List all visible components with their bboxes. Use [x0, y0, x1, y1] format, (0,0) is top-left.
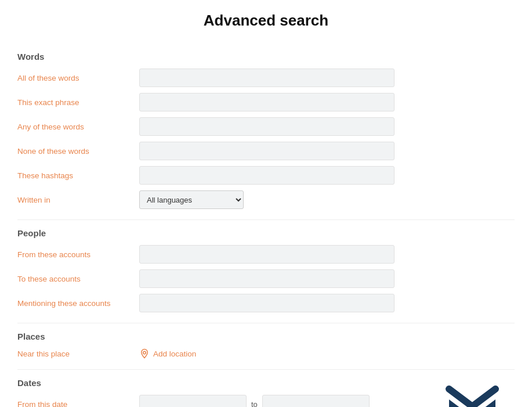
to-these-accounts-input[interactable] — [139, 269, 395, 288]
none-of-these-words-label: None of these words — [17, 147, 139, 156]
people-heading: People — [17, 228, 515, 238]
any-of-these-words-input[interactable] — [139, 117, 395, 136]
this-exact-phrase-label: This exact phrase — [17, 98, 139, 107]
to-these-accounts-label: To these accounts — [17, 275, 139, 283]
all-of-these-words-row: All of these words — [17, 69, 515, 87]
any-of-these-words-label: Any of these words — [17, 123, 139, 131]
these-hashtags-row: These hashtags — [17, 166, 515, 185]
people-places-divider — [17, 323, 515, 323]
this-exact-phrase-row: This exact phrase — [17, 93, 515, 111]
all-of-these-words-label: All of these words — [17, 74, 139, 82]
add-location-button[interactable]: Add location — [139, 348, 196, 359]
strategybeam-logo: STRATEGY BEAM — [436, 377, 509, 407]
mentioning-these-accounts-input[interactable] — [139, 294, 395, 312]
from-these-accounts-input[interactable] — [139, 245, 395, 264]
this-exact-phrase-input[interactable] — [139, 93, 395, 111]
logo-svg — [440, 377, 504, 407]
add-location-label: Add location — [153, 350, 196, 358]
these-hashtags-input[interactable] — [139, 166, 395, 185]
words-heading: Words — [17, 52, 515, 62]
near-this-place-row: Near this place Add location — [17, 348, 515, 359]
from-this-date-label: From this date — [17, 400, 139, 408]
places-heading: Places — [17, 332, 515, 341]
written-in-label: Written in — [17, 196, 139, 204]
to-date-input[interactable] — [262, 395, 370, 407]
places-section: Places Near this place Add location — [17, 332, 515, 359]
people-section: People From these accounts To these acco… — [17, 228, 515, 312]
any-of-these-words-row: Any of these words — [17, 117, 515, 136]
from-these-accounts-label: From these accounts — [17, 250, 139, 259]
none-of-these-words-input[interactable] — [139, 142, 395, 160]
from-these-accounts-row: From these accounts — [17, 245, 515, 264]
svg-point-0 — [143, 351, 146, 354]
all-of-these-words-input[interactable] — [139, 69, 395, 87]
location-icon — [139, 348, 150, 359]
these-hashtags-label: These hashtags — [17, 171, 139, 180]
words-section: Words All of these words This exact phra… — [17, 52, 515, 209]
near-this-place-label: Near this place — [17, 350, 139, 358]
none-of-these-words-row: None of these words — [17, 142, 515, 160]
date-to-label: to — [251, 400, 258, 408]
mentioning-these-accounts-label: Mentioning these accounts — [17, 299, 139, 308]
page-title: Advanced search — [17, 12, 515, 35]
written-in-row: Written in All languages English Spanish… — [17, 190, 515, 209]
page-container: Advanced search Words All of these words… — [0, 0, 532, 407]
words-people-divider — [17, 219, 515, 220]
language-select[interactable]: All languages English Spanish French Ger… — [139, 190, 244, 209]
logo-chevrons — [440, 377, 504, 407]
mentioning-these-accounts-row: Mentioning these accounts — [17, 294, 515, 312]
from-date-input[interactable] — [139, 395, 247, 407]
date-range-row: to — [139, 395, 370, 407]
to-these-accounts-row: To these accounts — [17, 269, 515, 288]
places-dates-divider — [17, 369, 515, 370]
